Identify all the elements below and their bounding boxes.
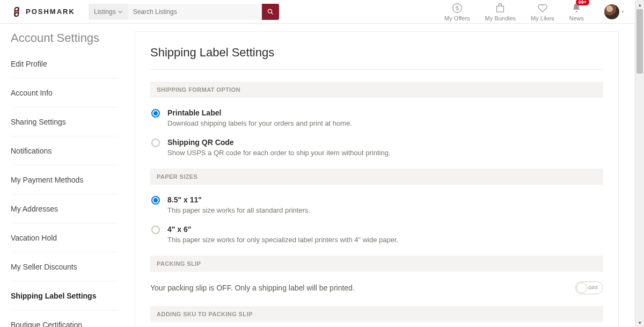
svg-line-1 bbox=[271, 12, 273, 14]
vertical-scrollbar[interactable]: ▴ ▾ bbox=[635, 0, 644, 327]
toggle-label: OFF bbox=[588, 285, 598, 290]
sidebar-item-account-info[interactable]: Account Info bbox=[11, 78, 118, 107]
sidebar-item-sharing-settings[interactable]: Sharing Settings bbox=[11, 107, 118, 136]
settings-card: Shipping Label Settings SHIPPING FORMAT … bbox=[135, 31, 619, 327]
nav-my-likes[interactable]: My Likes bbox=[531, 2, 554, 21]
nav-label: My Likes bbox=[531, 15, 554, 21]
option-desc: This paper size works for only specializ… bbox=[167, 236, 603, 244]
chevron-down-icon bbox=[118, 10, 122, 14]
option-paper-4x6[interactable]: 4" x 6" This paper size works for only s… bbox=[150, 214, 603, 244]
news-badge: 99+ bbox=[576, 0, 589, 5]
settings-sidebar: Account Settings Edit Profile Account In… bbox=[0, 24, 126, 327]
section-header-sku: ADDING SKU TO PACKING SLIP bbox=[150, 306, 603, 322]
search-input[interactable] bbox=[128, 4, 262, 20]
sidebar-item-seller-discounts[interactable]: My Seller Discounts bbox=[11, 252, 118, 281]
packing-slip-text: Your packing slip is OFF. Only a shippin… bbox=[150, 284, 355, 292]
option-printable-label[interactable]: Printable Label Download shipping labels… bbox=[150, 98, 603, 127]
toggle-knob-icon bbox=[576, 282, 587, 293]
sidebar-item-boutique-certification[interactable]: Boutique Certification bbox=[11, 310, 118, 327]
option-title: Printable Label bbox=[167, 108, 603, 117]
option-paper-letter[interactable]: 8.5" x 11" This paper size works for all… bbox=[150, 185, 603, 214]
sidebar-item-addresses[interactable]: My Addresses bbox=[11, 194, 118, 223]
sidebar-item-payment-methods[interactable]: My Payment Methods bbox=[11, 165, 118, 194]
radio-unselected-icon[interactable] bbox=[151, 226, 160, 234]
page-title: Shipping Label Settings bbox=[150, 46, 603, 70]
search-icon bbox=[267, 8, 274, 16]
nav-label: My Bundles bbox=[485, 15, 516, 21]
radio-selected-icon[interactable] bbox=[151, 196, 160, 205]
sidebar-item-edit-profile[interactable]: Edit Profile bbox=[11, 49, 118, 78]
scroll-up-arrow-icon[interactable]: ▴ bbox=[635, 0, 644, 9]
main-content: Shipping Label Settings SHIPPING FORMAT … bbox=[126, 24, 635, 327]
svg-point-4 bbox=[576, 11, 577, 12]
section-header-format: SHIPPING FORMAT OPTION bbox=[150, 82, 603, 98]
section-header-packing-slip: PACKING SLIP bbox=[150, 256, 603, 272]
packing-slip-row: Your packing slip is OFF. Only a shippin… bbox=[150, 272, 603, 303]
radio-unselected-icon[interactable] bbox=[151, 139, 160, 147]
sidebar-item-vacation-hold[interactable]: Vacation Hold bbox=[11, 223, 118, 252]
nav-label: News bbox=[569, 15, 584, 21]
option-title: 4" x 6" bbox=[167, 225, 603, 234]
nav-my-bundles[interactable]: My Bundles bbox=[485, 2, 516, 21]
chevron-down-icon: ▾ bbox=[621, 9, 624, 14]
option-desc: Download shipping labels for your orders… bbox=[167, 119, 603, 127]
nav-my-offers[interactable]: $ My Offers bbox=[444, 2, 470, 21]
poshmark-logo-icon bbox=[11, 6, 23, 18]
heart-icon bbox=[537, 2, 548, 14]
search-category-dropdown[interactable]: Listings bbox=[89, 4, 128, 20]
brand-logo[interactable]: POSHMARK bbox=[11, 6, 89, 18]
scroll-thumb[interactable] bbox=[636, 9, 643, 74]
bag-icon bbox=[494, 2, 506, 14]
option-qr-code[interactable]: Shipping QR Code Show USPS a QR code for… bbox=[150, 127, 603, 157]
search-button[interactable] bbox=[262, 4, 279, 20]
header-nav: $ My Offers My Bundles My Likes 99+ News… bbox=[444, 2, 624, 21]
nav-label: My Offers bbox=[444, 15, 470, 21]
avatar bbox=[604, 4, 619, 19]
option-desc: Show USPS a QR code for each order to sh… bbox=[167, 149, 603, 157]
scroll-down-arrow-icon[interactable]: ▾ bbox=[635, 318, 644, 327]
sidebar-title: Account Settings bbox=[11, 31, 126, 45]
option-title: Shipping QR Code bbox=[167, 138, 603, 147]
user-menu[interactable]: ▾ bbox=[604, 4, 624, 19]
brand-name: POSHMARK bbox=[26, 8, 75, 16]
radio-selected-icon[interactable] bbox=[151, 109, 160, 118]
app-header: POSHMARK Listings $ My Offers My Bundles bbox=[0, 0, 635, 24]
dropdown-label: Listings bbox=[94, 8, 116, 16]
scroll-track[interactable] bbox=[635, 9, 644, 318]
section-header-paper: PAPER SIZES bbox=[150, 169, 603, 185]
svg-text:$: $ bbox=[456, 4, 459, 11]
dollar-circle-icon: $ bbox=[451, 2, 463, 14]
sidebar-item-notifications[interactable]: Notifications bbox=[11, 136, 118, 165]
search-group: Listings bbox=[89, 4, 279, 20]
option-desc: This paper size works for all standard p… bbox=[167, 206, 603, 214]
sidebar-item-shipping-label-settings[interactable]: Shipping Label Settings bbox=[11, 281, 118, 310]
nav-news[interactable]: 99+ News bbox=[569, 2, 584, 21]
packing-slip-toggle[interactable]: OFF bbox=[575, 281, 603, 294]
option-title: 8.5" x 11" bbox=[167, 195, 603, 204]
svg-point-0 bbox=[268, 9, 272, 13]
